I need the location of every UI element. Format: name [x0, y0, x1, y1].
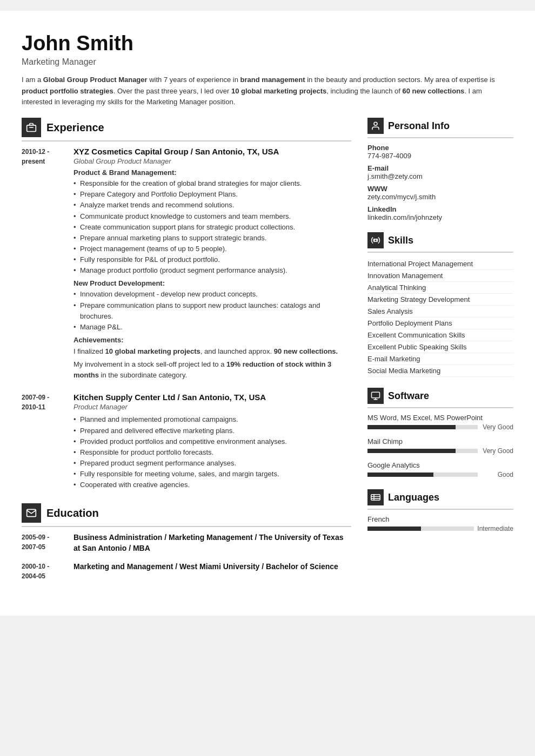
edu-content-1: Business Administration / Marketing Mana…	[73, 532, 351, 554]
software-fill-1	[367, 449, 456, 453]
language-item-0: French Intermediate	[367, 515, 513, 532]
languages-section: Languages French Intermediate	[367, 489, 513, 532]
language-level-0: Intermediate	[477, 525, 513, 532]
software-name-1: Mail Chimp	[367, 437, 513, 446]
language-track-0	[367, 526, 474, 531]
bullet-item: Prepare annual marketing plans to suppor…	[73, 233, 351, 244]
bullet-item: Prepare Category and Portfolio Deploymen…	[73, 189, 351, 200]
candidate-summary: I am a Global Group Product Manager with…	[22, 75, 513, 108]
software-level-1: Very Good	[481, 447, 513, 455]
education-section: Education 2005-09 - 2007-05 Business Adm…	[22, 503, 351, 580]
exp-company-1: XYZ Cosmetics Capital Group / San Antoni…	[73, 147, 351, 156]
experience-entry-1: 2010-12 - present XYZ Cosmetics Capital …	[22, 147, 351, 381]
exp-content-1: XYZ Cosmetics Capital Group / San Antoni…	[73, 147, 351, 381]
edu-dates-2: 2000-10 - 2004-05	[22, 562, 65, 581]
software-fill-2	[367, 473, 433, 477]
education-title: Education	[46, 507, 99, 519]
software-track-2	[367, 473, 478, 477]
personal-linkedin: LinkedIn linkedin.com/in/johnzety	[367, 205, 513, 221]
exp-bullets-product: Responsible for the creation of global b…	[73, 178, 351, 276]
bullet-item: Prepared and delivered effective marketi…	[73, 426, 351, 436]
languages-icon	[367, 489, 384, 505]
software-icon	[367, 388, 384, 404]
software-level-0: Very Good	[481, 423, 513, 431]
bullet-item: Planned and implemented promotional camp…	[73, 414, 351, 425]
skills-header: Skills	[367, 232, 513, 253]
edu-dates-1: 2005-09 - 2007-05	[22, 532, 65, 554]
software-bar-0: Very Good	[367, 423, 513, 431]
bullet-item: Project management (teams of up to 5 peo…	[73, 244, 351, 254]
edu-degree-1: Business Administration / Marketing Mana…	[73, 532, 351, 554]
exp-sublabel-achievements: Achievements:	[73, 336, 351, 344]
personal-www: WWW zety.com/mycv/j.smith	[367, 185, 513, 201]
bullet-item: Innovation development - develop new pro…	[73, 289, 351, 300]
software-item-0: MS Word, MS Excel, MS PowerPoint Very Go…	[367, 414, 513, 431]
personal-phone: Phone 774-987-4009	[367, 144, 513, 160]
main-content: Experience 2010-12 - present XYZ Cosmeti…	[22, 118, 513, 593]
skill-item-4: Sales Analysis	[367, 306, 513, 318]
education-entry-2: 2000-10 - 2004-05 Marketing and Manageme…	[22, 562, 351, 581]
software-bar-2: Good	[367, 471, 513, 478]
bullet-item: Create communication support plans for s…	[73, 222, 351, 233]
education-icon	[22, 503, 41, 523]
skill-item-0: International Project Management	[367, 258, 513, 270]
resume-page: John Smith Marketing Manager I am a Glob…	[0, 11, 535, 616]
bullet-item: Responsible for product portfolio foreca…	[73, 447, 351, 458]
svg-point-4	[374, 239, 377, 242]
experience-title: Experience	[46, 122, 104, 134]
software-header: Software	[367, 388, 513, 408]
software-section: Software MS Word, MS Excel, MS PowerPoin…	[367, 388, 513, 478]
bullet-item: Analyze market trends and recommend solu…	[73, 200, 351, 211]
skill-item-5: Portfolio Deployment Plans	[367, 318, 513, 329]
personal-info-icon	[367, 118, 384, 134]
skills-list: International Project Management Innovat…	[367, 258, 513, 377]
candidate-name: John Smith	[22, 32, 513, 55]
bullet-item: Fully responsible for P&L of product por…	[73, 254, 351, 265]
bullet-item: Communicate product knowledge to custome…	[73, 211, 351, 222]
skill-item-7: Excellent Public Speaking Skills	[367, 341, 513, 353]
skill-item-2: Analytical Thinking	[367, 282, 513, 294]
skill-item-1: Innovation Management	[367, 270, 513, 282]
skills-section: Skills International Project Management …	[367, 232, 513, 377]
candidate-title: Marketing Manager	[22, 57, 513, 67]
edu-content-2: Marketing and Management / West Miami Un…	[73, 562, 351, 581]
bullet-item: Manage product portfolio (product segmen…	[73, 265, 351, 276]
experience-icon	[22, 118, 41, 137]
bullet-item: Responsible for the creation of global b…	[73, 178, 351, 189]
bullet-item: Cooperated with creative agencies.	[73, 480, 351, 490]
languages-title: Languages	[388, 492, 439, 503]
bullet-item: Prepared product segment performance ana…	[73, 458, 351, 469]
right-column: Personal Info Phone 774-987-4009 E-mail …	[367, 118, 513, 593]
exp-sublabel-product: Product & Brand Management:	[73, 168, 351, 177]
skill-item-6: Excellent Communication Skills	[367, 329, 513, 341]
exp-role-2: Product Manager	[73, 403, 351, 411]
edu-degree-2: Marketing and Management / West Miami Un…	[73, 562, 351, 572]
language-fill-0	[367, 526, 421, 531]
svg-rect-8	[371, 495, 380, 501]
software-name-0: MS Word, MS Excel, MS PowerPoint	[367, 414, 513, 422]
language-bar-0: Intermediate	[367, 525, 513, 532]
software-item-1: Mail Chimp Very Good	[367, 437, 513, 455]
skill-item-3: Marketing Strategy Development	[367, 294, 513, 306]
exp-role-1: Global Group Product Manager	[73, 157, 351, 165]
education-header: Education	[22, 503, 351, 527]
software-track-1	[367, 449, 478, 453]
exp-sublabel-npd: New Product Development:	[73, 279, 351, 287]
left-column: Experience 2010-12 - present XYZ Cosmeti…	[22, 118, 351, 593]
bullet-item: Manage P&L.	[73, 322, 351, 333]
bullet-item: Provided product portfolios and competit…	[73, 436, 351, 447]
bullet-item: Fully responsible for meeting volume, sa…	[73, 469, 351, 480]
software-level-2: Good	[481, 471, 513, 478]
personal-info-section: Personal Info Phone 774-987-4009 E-mail …	[367, 118, 513, 221]
exp-dates-1: 2010-12 - present	[22, 147, 65, 381]
exp-dates-2: 2007-09 - 2010-11	[22, 393, 65, 490]
svg-rect-5	[372, 392, 380, 398]
experience-header: Experience	[22, 118, 351, 141]
languages-header: Languages	[367, 489, 513, 510]
software-item-2: Google Analytics Good	[367, 461, 513, 478]
exp-bullets-2: Planned and implemented promotional camp…	[73, 414, 351, 490]
skill-item-8: E-mail Marketing	[367, 353, 513, 365]
svg-point-3	[374, 122, 377, 125]
software-name-2: Google Analytics	[367, 461, 513, 469]
bullet-item: Prepare communication plans to support n…	[73, 300, 351, 322]
